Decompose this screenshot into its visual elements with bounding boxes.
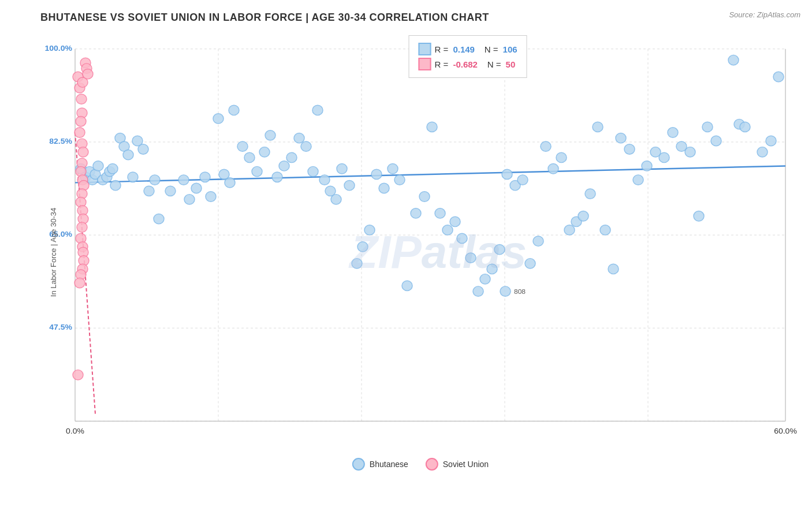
- svg-point-33: [123, 150, 133, 159]
- svg-point-94: [556, 152, 567, 162]
- svg-point-49: [229, 105, 239, 115]
- svg-point-108: [668, 128, 678, 137]
- svg-point-58: [294, 133, 304, 143]
- svg-point-68: [357, 242, 368, 252]
- svg-point-145: [83, 69, 93, 79]
- svg-point-128: [75, 128, 85, 137]
- svg-point-101: [608, 264, 619, 274]
- svg-point-45: [206, 192, 216, 201]
- legend-row-pink: R = -0.682 N = 50: [418, 58, 517, 70]
- svg-point-110: [685, 147, 695, 157]
- svg-point-91: [533, 236, 543, 246]
- svg-point-52: [252, 166, 262, 176]
- svg-point-102: [616, 133, 626, 143]
- svg-text:60.0%: 60.0%: [774, 427, 797, 435]
- legend-row-blue: R = 0.149 N = 106: [418, 43, 517, 55]
- svg-point-93: [548, 164, 558, 174]
- svg-point-62: [319, 175, 330, 185]
- svg-point-119: [773, 72, 784, 81]
- svg-point-103: [624, 144, 635, 154]
- svg-point-113: [711, 136, 721, 145]
- bottom-legend: Bhutanese Soviet Union: [352, 458, 489, 471]
- svg-point-29: [107, 164, 118, 174]
- legend-r-pink: R = -0.682 N = 50: [434, 59, 515, 69]
- svg-point-98: [585, 189, 595, 199]
- svg-point-55: [272, 172, 282, 182]
- legend-swatch-blue: [418, 43, 431, 55]
- svg-point-82: [465, 253, 476, 263]
- svg-point-92: [541, 141, 551, 151]
- svg-point-116: [740, 122, 750, 132]
- svg-point-127: [76, 117, 86, 126]
- svg-point-46: [213, 114, 224, 124]
- svg-point-59: [301, 141, 311, 151]
- svg-point-105: [642, 161, 652, 171]
- svg-point-150: [73, 370, 83, 380]
- svg-point-76: [419, 192, 430, 201]
- svg-point-67: [352, 259, 362, 268]
- svg-point-30: [110, 181, 121, 191]
- svg-point-41: [178, 175, 189, 185]
- svg-point-73: [394, 175, 405, 185]
- svg-point-53: [259, 147, 270, 157]
- svg-point-56: [279, 161, 289, 171]
- svg-point-69: [364, 225, 375, 235]
- svg-point-44: [200, 172, 210, 182]
- legend-swatch-pink: [418, 58, 431, 70]
- svg-point-89: [517, 175, 528, 185]
- svg-point-40: [165, 186, 176, 196]
- svg-text:808: 808: [514, 288, 526, 296]
- svg-point-83: [473, 286, 483, 296]
- legend-soviet: Soviet Union: [426, 458, 489, 471]
- svg-point-81: [457, 233, 467, 243]
- soviet-swatch: [426, 458, 438, 471]
- svg-point-75: [411, 208, 421, 218]
- svg-point-38: [150, 175, 160, 185]
- svg-text:47.5%: 47.5%: [49, 323, 72, 331]
- svg-point-60: [308, 166, 318, 176]
- svg-point-114: [728, 55, 739, 65]
- svg-point-54: [265, 130, 275, 140]
- bhutanese-label: Bhutanese: [370, 460, 408, 469]
- svg-point-85: [487, 264, 497, 274]
- svg-point-78: [435, 208, 445, 218]
- svg-point-70: [371, 169, 382, 179]
- svg-point-65: [337, 164, 347, 174]
- svg-point-37: [144, 186, 154, 196]
- svg-point-100: [600, 225, 610, 235]
- svg-point-90: [525, 259, 535, 268]
- svg-point-61: [312, 105, 323, 115]
- svg-point-74: [402, 281, 412, 290]
- svg-point-77: [427, 122, 437, 132]
- svg-point-39: [154, 214, 164, 223]
- svg-point-130: [78, 147, 88, 157]
- svg-point-111: [694, 211, 704, 221]
- svg-point-87: [502, 169, 512, 179]
- svg-text:100.0%: 100.0%: [45, 44, 72, 53]
- svg-point-34: [128, 172, 138, 182]
- svg-point-66: [344, 181, 355, 191]
- svg-point-72: [388, 164, 398, 174]
- svg-point-79: [442, 225, 453, 235]
- svg-point-118: [766, 136, 776, 145]
- svg-text:82.5%: 82.5%: [49, 137, 72, 145]
- chart-title: BHUTANESE VS SOVIET UNION IN LABOR FORCE…: [40, 12, 800, 24]
- svg-point-107: [659, 152, 669, 162]
- svg-point-43: [191, 183, 202, 193]
- svg-point-36: [138, 144, 148, 154]
- legend-r-blue: R = 0.149 N = 106: [434, 44, 517, 54]
- svg-point-84: [480, 274, 490, 284]
- svg-point-139: [77, 222, 87, 232]
- legend-box: R = 0.149 N = 106 R = -0.682 N = 50: [408, 35, 527, 78]
- svg-text:0.0%: 0.0%: [66, 427, 84, 435]
- bhutanese-swatch: [352, 458, 365, 471]
- svg-point-64: [331, 195, 341, 204]
- svg-point-104: [633, 175, 643, 185]
- chart-container: BHUTANESE VS SOVIET UNION IN LABOR FORCE…: [0, 0, 812, 515]
- svg-point-50: [237, 141, 248, 151]
- y-axis-label: In Labor Force | Age 30-34: [49, 208, 58, 297]
- svg-point-48: [225, 178, 235, 188]
- scatter-plot: .grid-line { stroke: #ddd; stroke-width:…: [40, 29, 800, 475]
- svg-point-120: [500, 286, 511, 296]
- svg-point-99: [593, 122, 603, 132]
